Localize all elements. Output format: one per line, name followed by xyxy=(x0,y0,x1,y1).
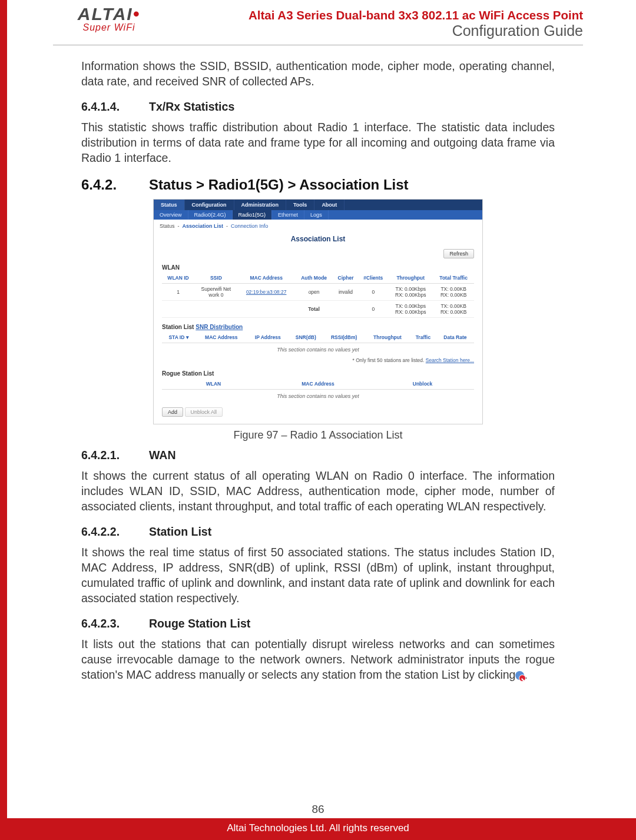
crumb-conn-info[interactable]: Connection Info xyxy=(231,223,268,229)
figure-screenshot: Status Configuration Administration Tool… xyxy=(153,199,483,424)
rogue-section-header: Rogue Station List xyxy=(162,370,474,377)
mac-link[interactable]: 02:19:be:a3:08:27 xyxy=(238,283,295,300)
subtab-radio0[interactable]: Radio0(2.4G) xyxy=(188,210,233,220)
page-number: 86 xyxy=(0,803,636,816)
heading-6421: 6.4.2.1.WAN xyxy=(81,449,555,462)
tab-about[interactable]: About xyxy=(314,200,344,210)
page-content: Information shows the SSID, BSSID, authe… xyxy=(53,58,583,683)
figure-caption: Figure 97 – Radio 1 Association List xyxy=(81,429,555,441)
brand-logo: ALTAI• Super WiFi xyxy=(53,6,165,41)
table-row: 1 Superwifi Network 0 02:19:be:a3:08:27 … xyxy=(162,283,474,300)
intro-paragraph: Information shows the SSID, BSSID, authe… xyxy=(81,58,555,89)
subtab-radio1[interactable]: Radio1(5G) xyxy=(233,210,273,220)
subtab-logs[interactable]: Logs xyxy=(304,210,329,220)
rogue-empty-text: This section contains no values yet xyxy=(162,390,474,403)
subtab-ethernet[interactable]: Ethernet xyxy=(272,210,304,220)
tab-tools[interactable]: Tools xyxy=(286,200,314,210)
heading-642: 6.4.2.Status > Radio1(5G) > Association … xyxy=(81,177,555,193)
sub-tabs: Overview Radio0(2.4G) Radio1(5G) Etherne… xyxy=(154,210,482,220)
panel-title: Association List xyxy=(154,233,482,249)
doc-title-product: Altai A3 Series Dual-band 3x3 802.11 ac … xyxy=(249,8,583,22)
station-empty-text: This section contains no values yet xyxy=(162,343,474,356)
station-note: * Only first 50 stations are listed. Sea… xyxy=(154,356,482,368)
subtab-overview[interactable]: Overview xyxy=(154,210,188,220)
crumb-assoc-list[interactable]: Association List xyxy=(183,223,224,229)
search-station-link[interactable]: Search Station here... xyxy=(426,357,474,363)
deny-icon xyxy=(515,671,524,680)
logo-subtext: Super WiFi xyxy=(83,22,135,33)
p-6414: This statistic shows traffic distributio… xyxy=(81,119,555,166)
station-table: STA ID ▾ MAC Address IP Address SNR(dB) … xyxy=(162,332,474,343)
page-footer: 86 Altai Technologies Ltd. All rights re… xyxy=(0,803,636,840)
header-rule xyxy=(53,45,583,45)
p-6421: It shows the current status of all opera… xyxy=(81,468,555,514)
rogue-table: WLAN MAC Address Unblock xyxy=(162,379,474,390)
breadcrumb: Status - Association List - Connection I… xyxy=(154,220,482,233)
tab-administration[interactable]: Administration xyxy=(234,200,287,210)
page-header: ALTAI• Super WiFi Altai A3 Series Dual-b… xyxy=(53,0,583,41)
table-row-total: Total 0 TX: 0.00KbpsRX: 0.00Kbps TX: 0.0… xyxy=(162,300,474,317)
snr-distribution-link[interactable]: SNR Distribution xyxy=(196,324,243,330)
tab-configuration[interactable]: Configuration xyxy=(185,200,234,210)
main-tabs: Status Configuration Administration Tool… xyxy=(154,200,482,210)
add-button[interactable]: Add xyxy=(162,407,183,417)
doc-title-type: Configuration Guide xyxy=(249,22,583,39)
heading-6423: 6.4.2.3.Rouge Station List xyxy=(81,617,555,630)
station-section-header: Station List SNR Distribution xyxy=(162,324,474,330)
heading-6422: 6.4.2.2.Station List xyxy=(81,525,555,539)
wlan-section-header: WLAN xyxy=(162,264,474,271)
refresh-button[interactable]: Refresh xyxy=(443,249,474,258)
logo-text: ALTAI xyxy=(78,4,133,24)
p-6422: It shows the real time status of first 5… xyxy=(81,544,555,606)
unblock-all-button[interactable]: Unblock All xyxy=(185,407,223,417)
copyright: Altai Technologies Ltd. All rights reser… xyxy=(0,818,636,840)
heading-6414: 6.4.1.4.Tx/Rx Statistics xyxy=(81,100,555,114)
p-6423: It lists out the stations that can poten… xyxy=(81,636,555,683)
tab-status[interactable]: Status xyxy=(154,200,185,210)
wlan-table: WLAN ID SSID MAC Address Auth Mode Ciphe… xyxy=(162,273,474,318)
